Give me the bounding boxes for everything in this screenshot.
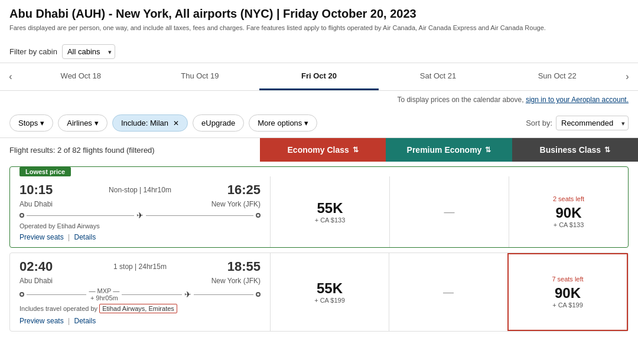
header-section: Abu Dhabi (AUH) - New York, All airports… xyxy=(0,0,638,41)
details-link-1[interactable]: Details xyxy=(74,233,96,241)
origin-dot xyxy=(19,292,24,297)
prev-date-arrow[interactable]: ‹ xyxy=(0,63,21,90)
flight-path-line xyxy=(27,215,134,216)
lowest-price-badge: Lowest price xyxy=(19,167,71,176)
flight-1-route: Abu Dhabi New York (JFK) xyxy=(19,200,261,208)
flight-2-arrive: 18:55 xyxy=(227,259,261,274)
flight-2-info: 02:40 1 stop | 24hr15m 18:55 Abu Dhabi N… xyxy=(10,253,270,331)
flight-2-links: Preview seats | Details xyxy=(19,317,261,325)
dest-dot xyxy=(256,213,261,218)
flight-2-economy-price[interactable]: 55K + CA $199 xyxy=(270,253,389,331)
chevron-down-icon: ▾ xyxy=(40,119,44,127)
flight-1-economy-price[interactable]: 55K + CA $133 xyxy=(270,176,389,247)
flight-2-operator: Includes travel operated by Etihad Airwa… xyxy=(19,304,261,313)
subtitle: Fares displayed are per person, one way,… xyxy=(9,24,629,31)
stops-filter-button[interactable]: Stops ▾ xyxy=(9,114,53,132)
date-navigation: ‹ Wed Oct 18 Thu Oct 19 Fri Oct 20 Sat O… xyxy=(0,63,638,91)
flight-2-premium-price: — xyxy=(389,253,507,331)
sort-select[interactable]: Recommended xyxy=(556,116,629,130)
close-icon[interactable]: ✕ xyxy=(173,119,179,127)
sort-icon: ⇅ xyxy=(485,146,491,154)
flight-1-arrive: 16:25 xyxy=(227,182,261,198)
date-fri-oct-20[interactable]: Fri Oct 20 xyxy=(259,63,379,90)
flight-2-depart: 02:40 xyxy=(19,259,53,274)
flight-path-line-b xyxy=(122,294,181,295)
dest-dot xyxy=(256,292,261,297)
plane-icon: ✈ xyxy=(136,211,144,220)
next-date-arrow[interactable]: › xyxy=(617,63,638,90)
flight-2-business-price[interactable]: 7 seats left 90K + CA $199 xyxy=(507,253,628,331)
details-link-2[interactable]: Details xyxy=(74,317,96,325)
flight-1-depart: 10:15 xyxy=(19,182,53,198)
flight-1-premium-price: — xyxy=(389,176,509,247)
date-wed-oct-18[interactable]: Wed Oct 18 xyxy=(21,63,141,90)
filter-bar: Filter by cabin All cabins xyxy=(0,41,638,63)
preview-seats-link-2[interactable]: Preview seats xyxy=(19,317,64,325)
premium-economy-column-header: Premium Economy ⇅ xyxy=(386,138,512,162)
airlines-filter-button[interactable]: Airlines ▾ xyxy=(58,114,108,132)
filter-cabin-label: Filter by cabin xyxy=(9,47,57,56)
flight-2-route: Abu Dhabi New York (JFK) xyxy=(19,277,261,285)
sort-select-wrapper[interactable]: Recommended xyxy=(556,116,629,130)
filter-options-bar: Stops ▾ Airlines ▾ Include: Milan ✕ eUpg… xyxy=(0,109,638,137)
sort-icon: ⇅ xyxy=(353,146,359,154)
flight-1-operator: Operated by Etihad Airways xyxy=(19,222,261,229)
eupgrade-filter-button[interactable]: eUpgrade xyxy=(193,114,244,132)
flight-row-2: 02:40 1 stop | 24hr15m 18:55 Abu Dhabi N… xyxy=(10,253,628,331)
aeroplan-notice: To display prices on the calendar above,… xyxy=(0,91,638,109)
cabin-select[interactable]: All cabins xyxy=(62,44,115,59)
results-header: Flight results: 2 of 82 flights found (f… xyxy=(0,137,638,162)
flight-path-line-c xyxy=(194,294,253,295)
date-sun-oct-22[interactable]: Sun Oct 22 xyxy=(497,63,617,90)
stopover-time: + 9hr05m xyxy=(89,294,119,301)
flight-path-line xyxy=(146,215,253,216)
chevron-down-icon: ▾ xyxy=(95,119,99,127)
flight-card-1: Lowest price 10:15 Non-stop | 14hr10m 16… xyxy=(9,166,629,248)
flight-2-meta: 1 stop | 24hr15m xyxy=(113,263,167,271)
preview-seats-link-1[interactable]: Preview seats xyxy=(19,233,64,241)
flight-path-line-a xyxy=(27,294,86,295)
results-count: Flight results: 2 of 82 flights found (f… xyxy=(0,138,260,162)
flight-card-2: 02:40 1 stop | 24hr15m 18:55 Abu Dhabi N… xyxy=(9,252,629,332)
page-title: Abu Dhabi (AUH) - New York, All airports… xyxy=(9,7,629,21)
cabin-select-wrapper[interactable]: All cabins xyxy=(62,44,115,59)
flight-row-1: 10:15 Non-stop | 14hr10m 16:25 Abu Dhabi… xyxy=(10,176,628,247)
flight-1-links: Preview seats | Details xyxy=(19,233,261,241)
flight-1-business-price[interactable]: 2 seats left 90K + CA $133 xyxy=(509,176,628,247)
sort-icon: ⇅ xyxy=(604,146,610,154)
business-class-column-header: Business Class ⇅ xyxy=(512,138,638,162)
origin-dot xyxy=(19,213,24,218)
milan-filter-button[interactable]: Include: Milan ✕ xyxy=(112,114,188,132)
flight-2-line: — MXP — + 9hr05m ✈ xyxy=(19,287,261,301)
airline-tag: Etihad Airways, Emirates xyxy=(99,304,177,313)
stopover-location: — MXP — xyxy=(89,287,119,294)
sort-section: Sort by: Recommended xyxy=(526,116,629,130)
chevron-down-icon: ▾ xyxy=(304,119,308,127)
flight-1-line: ✈ xyxy=(19,211,261,220)
flight-1-meta: Non-stop | 14hr10m xyxy=(109,186,171,194)
plane-icon: ✈ xyxy=(184,290,191,299)
aeroplan-signin-link[interactable]: sign in to your Aeroplan account. xyxy=(526,96,629,104)
more-options-filter-button[interactable]: More options ▾ xyxy=(249,114,317,132)
economy-class-column-header: Economy Class ⇅ xyxy=(260,138,386,162)
date-sat-oct-21[interactable]: Sat Oct 21 xyxy=(379,63,498,90)
flight-1-times: 10:15 Non-stop | 14hr10m 16:25 xyxy=(19,182,261,198)
flight-2-times: 02:40 1 stop | 24hr15m 18:55 xyxy=(19,259,261,274)
date-thu-oct-19[interactable]: Thu Oct 19 xyxy=(141,63,260,90)
flight-1-info: 10:15 Non-stop | 14hr10m 16:25 Abu Dhabi… xyxy=(10,176,270,247)
